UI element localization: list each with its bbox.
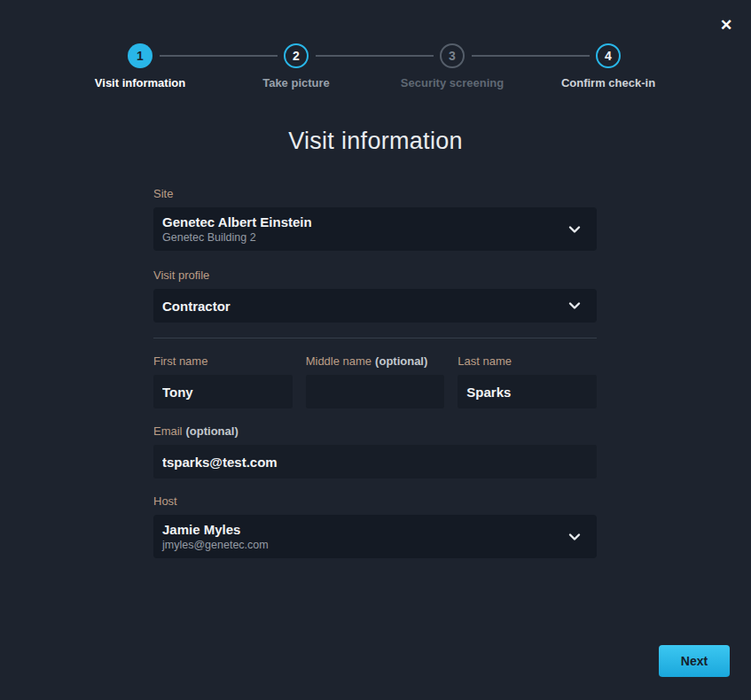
email-input[interactable] xyxy=(153,445,597,478)
site-label: Site xyxy=(153,187,597,200)
step-connector xyxy=(472,55,590,57)
site-selected-value: Genetec Albert Einstein xyxy=(162,214,312,230)
first-name-label: First name xyxy=(153,354,293,368)
middle-name-input[interactable] xyxy=(306,375,445,408)
site-dropdown[interactable]: Genetec Albert Einstein Genetec Building… xyxy=(153,207,597,251)
email-label: Email (optional) xyxy=(153,424,597,438)
host-label: Host xyxy=(153,494,597,508)
last-name-input[interactable] xyxy=(458,375,597,408)
chevron-down-icon xyxy=(567,299,582,313)
step-number-badge: 3 xyxy=(440,43,465,68)
site-selected-subvalue: Genetec Building 2 xyxy=(162,230,312,245)
step-number-badge: 2 xyxy=(284,43,309,68)
step-number-badge: 4 xyxy=(596,43,621,68)
host-selected-subvalue: jmyles@genetec.com xyxy=(162,538,269,552)
next-button[interactable]: Next xyxy=(659,645,730,677)
visit-profile-label: Visit profile xyxy=(153,268,597,282)
visit-profile-selected-value: Contractor xyxy=(162,298,231,315)
visit-profile-dropdown[interactable]: Contractor xyxy=(153,289,597,323)
optional-tag: (optional) xyxy=(186,424,239,438)
middle-name-label: Middle name (optional) xyxy=(306,354,445,368)
chevron-down-icon xyxy=(567,222,582,237)
step-take-picture[interactable]: 2 Take picture xyxy=(218,43,374,89)
first-name-input[interactable] xyxy=(153,375,293,408)
chevron-down-icon xyxy=(567,530,582,544)
visit-information-form: Site Genetec Albert Einstein Genetec Bui… xyxy=(153,187,597,558)
step-label: Security screening xyxy=(401,76,504,89)
step-connector xyxy=(160,55,278,57)
host-dropdown[interactable]: Jamie Myles jmyles@genetec.com xyxy=(153,515,597,558)
checkin-stepper: 1 Visit information 2 Take picture 3 Sec… xyxy=(62,43,686,93)
step-label: Visit information xyxy=(95,76,185,89)
last-name-label: Last name xyxy=(458,354,597,368)
close-button[interactable]: ✕ xyxy=(714,12,739,37)
host-selected-value: Jamie Myles xyxy=(162,521,269,538)
step-label: Confirm check-in xyxy=(561,76,655,89)
step-connector xyxy=(316,55,434,57)
optional-tag: (optional) xyxy=(375,354,427,368)
step-visit-information[interactable]: 1 Visit information xyxy=(62,43,218,89)
step-label: Take picture xyxy=(262,76,330,89)
section-divider xyxy=(153,338,597,338)
step-security-screening: 3 Security screening xyxy=(374,43,530,89)
step-number-badge: 1 xyxy=(128,43,153,68)
step-confirm-check-in[interactable]: 4 Confirm check-in xyxy=(530,43,686,89)
close-icon: ✕ xyxy=(720,16,732,35)
page-title: Visit information xyxy=(0,128,751,155)
